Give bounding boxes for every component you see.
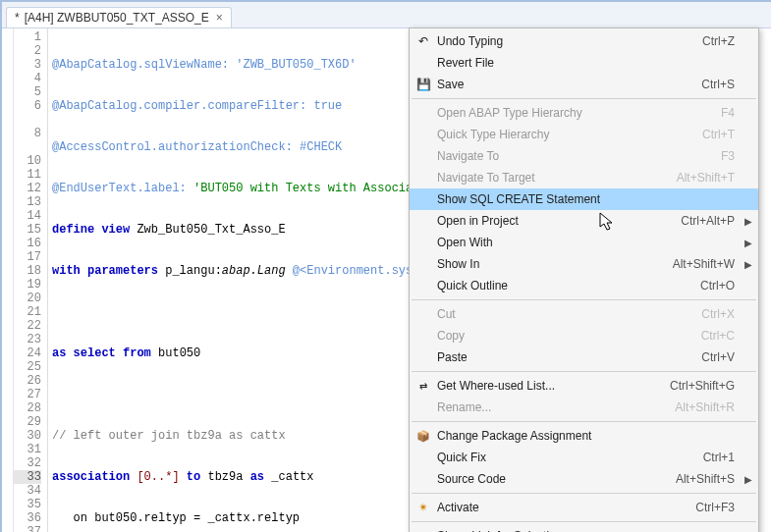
menu-rename: Rename...Alt+Shift+R [410,397,758,418]
undo-icon: ↶ [415,33,431,49]
package-icon: 📦 [415,428,431,444]
menu-paste[interactable]: PasteCtrl+V [410,346,758,368]
menu-save[interactable]: 💾SaveCtrl+S [410,74,758,95]
context-menu: ↶Undo TypingCtrl+Z Revert File 💾SaveCtrl… [409,27,759,532]
close-icon[interactable]: × [216,11,223,25]
menu-open-with[interactable]: Open With▶ [410,232,758,253]
menu-get-where-used[interactable]: ⇄Get Where-used List...Ctrl+Shift+G [410,375,758,397]
menu-navigate-to: Navigate ToF3 [410,145,758,167]
menu-revert-file[interactable]: Revert File [410,52,758,74]
editor-tab[interactable]: *[A4H] ZWBBUT050_TXT_ASSO_E × [6,7,232,27]
menu-separator [412,493,756,494]
chevron-right-icon: ▶ [744,216,752,227]
menu-cut: CutCtrl+X [410,303,758,325]
chevron-right-icon: ▶ [744,238,752,248]
where-used-icon: ⇄ [415,378,431,394]
chevron-right-icon: ▶ [744,259,752,270]
menu-separator [412,98,756,99]
menu-separator [412,299,756,300]
menu-separator [412,371,756,372]
menu-navigate-to-target: Navigate To TargetAlt+Shift+T [410,167,758,188]
menu-show-in[interactable]: Show InAlt+Shift+W▶ [410,253,758,275]
menu-activate[interactable]: ✴ActivateCtrl+F3 [410,497,758,518]
save-icon: 💾 [415,77,431,92]
menu-quick-outline[interactable]: Quick OutlineCtrl+O [410,275,758,296]
editor-tabbar: *[A4H] ZWBBUT050_TXT_ASSO_E × [2,2,771,28]
menu-separator [412,421,756,422]
menu-open-abap-type-hierarchy: Open ABAP Type HierarchyF4 [410,102,758,124]
tab-dirty-indicator: * [15,11,20,25]
menu-open-in-project[interactable]: Open in ProjectCtrl+Alt+P▶ [410,210,758,232]
activate-icon: ✴ [415,500,431,515]
line-number-gutter: 123456 8 1011121314151617181920212223242… [14,28,48,532]
menu-show-sql-create-statement[interactable]: Show SQL CREATE Statement [410,188,758,210]
tab-title: [A4H] ZWBBUT050_TXT_ASSO_E [25,11,209,25]
menu-change-package-assignment[interactable]: 📦Change Package Assignment [410,425,758,447]
menu-separator [412,521,756,522]
chevron-right-icon: ▶ [744,474,752,485]
menu-quick-type-hierarchy: Quick Type HierarchyCtrl+T [410,124,758,145]
menu-undo-typing[interactable]: ↶Undo TypingCtrl+Z [410,30,758,52]
menu-quick-fix[interactable]: Quick FixCtrl+1 [410,447,758,468]
menu-share-link[interactable]: u..Share Link for Selection... [410,525,758,532]
menu-copy: CopyCtrl+C [410,325,758,346]
share-icon: u.. [415,528,431,532]
annotation-ruler [2,28,14,532]
menu-source-code[interactable]: Source CodeAlt+Shift+S▶ [410,468,758,490]
